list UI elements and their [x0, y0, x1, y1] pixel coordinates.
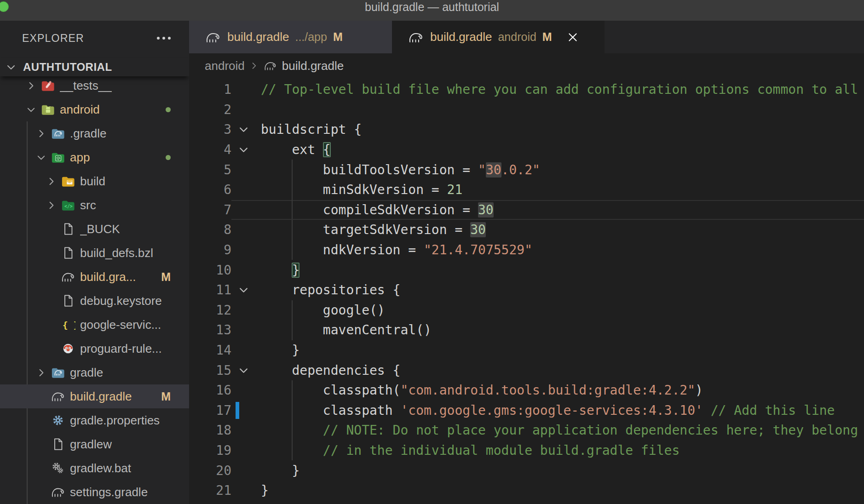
code-line-19[interactable]: 19 // in the individual module build.gra… — [189, 441, 864, 461]
code-text: minSdkVersion = 21 — [261, 182, 462, 197]
line-number: 8 — [189, 222, 231, 237]
code-line-1[interactable]: 1// Top-level build file where you can a… — [189, 80, 864, 100]
chevron-spacer — [46, 295, 58, 307]
project-section-label: AUTHTUTORIAL — [23, 61, 112, 74]
tree-item-android[interactable]: android — [0, 97, 189, 121]
chevron-down-icon[interactable] — [36, 151, 48, 163]
chevron-right-icon[interactable] — [46, 175, 58, 187]
tree-item-gradlew-bat[interactable]: gradlew.bat — [0, 456, 189, 480]
tree-item-settings-gradle[interactable]: settings.gradle — [0, 480, 189, 504]
code-line-20[interactable]: 20 } — [189, 460, 864, 481]
code-line-8[interactable]: 8 targetSdkVersion = 30 — [189, 220, 864, 240]
code-line-10[interactable]: 10 } — [189, 260, 864, 280]
tree-item-label: __tests__ — [60, 79, 112, 93]
fold-gutter — [231, 441, 261, 461]
fold-chevron-down-icon[interactable] — [231, 120, 261, 140]
tree-item-app[interactable]: app — [0, 145, 189, 169]
chevron-spacer — [46, 319, 58, 331]
code-line-4[interactable]: 4 ext { — [189, 140, 864, 160]
tree-item--buck[interactable]: _BUCK — [0, 217, 189, 241]
tree-item--tests-[interactable]: __tests__ — [0, 74, 189, 97]
indent-guide — [292, 441, 293, 461]
code-line-15[interactable]: 15 dependencies { — [189, 360, 864, 380]
fold-chevron-down-icon[interactable] — [231, 280, 261, 300]
tab-build-gradle-app[interactable]: build.gradle .../app M — [189, 21, 392, 53]
tree-item--gradle[interactable]: .gradle — [0, 121, 189, 145]
code-line-7[interactable]: 7 compileSdkVersion = 30 — [189, 200, 864, 220]
breadcrumb-item-android[interactable]: android — [205, 59, 245, 73]
code-line-14[interactable]: 14 } — [189, 340, 864, 361]
tree-item-label: build_defs.bzl — [80, 246, 153, 260]
modified-dot — [166, 97, 171, 121]
code-text: } — [261, 263, 300, 278]
code-text: buildToolsVersion = "30.0.2" — [261, 162, 540, 178]
tree-item-label: _BUCK — [80, 222, 120, 236]
ellipsis-icon[interactable] — [157, 37, 171, 40]
breadcrumb-item-file[interactable]: build.gradle — [282, 59, 344, 73]
indent-guide — [292, 320, 293, 340]
indent-guide — [292, 420, 293, 441]
chevron-right-icon[interactable] — [26, 80, 38, 92]
file-icon — [51, 437, 65, 451]
modified-badge: M — [161, 384, 171, 408]
tree-item-build-gra-[interactable]: build.gra...M — [0, 265, 189, 289]
fold-gutter — [231, 240, 261, 260]
tree-item-gradlew[interactable]: gradlew — [0, 432, 189, 456]
tree-item-label: gradlew — [70, 437, 112, 452]
code-line-11[interactable]: 11 repositories { — [189, 280, 864, 300]
fold-chevron-down-icon[interactable] — [231, 140, 261, 160]
code-line-5[interactable]: 5 buildToolsVersion = "30.0.2" — [189, 160, 864, 180]
code-line-17[interactable]: 17 classpath 'com.google.gms:google-serv… — [189, 401, 864, 421]
tree-item-build[interactable]: build — [0, 169, 189, 193]
fold-chevron-down-icon[interactable] — [231, 360, 261, 380]
code-editor[interactable]: 1// Top-level build file where you can a… — [189, 78, 864, 504]
tests-folder-icon — [40, 79, 55, 92]
code-line-3[interactable]: 3buildscript { — [189, 120, 864, 140]
code-text: } — [261, 463, 300, 478]
close-icon[interactable] — [566, 31, 579, 44]
line-number: 4 — [189, 142, 231, 157]
chevron-spacer — [36, 486, 48, 498]
code-line-9[interactable]: 9 ndkVersion = "21.4.7075529" — [189, 240, 864, 260]
window-title: build.gradle — authtutorial — [0, 0, 864, 14]
code-line-22[interactable]: 22 — [189, 500, 864, 504]
titlebar: build.gradle — authtutorial — [0, 0, 864, 21]
indent-guide — [292, 160, 293, 180]
code-text: classpath 'com.google.gms:google-service… — [261, 403, 835, 418]
tab-description: .../app — [295, 30, 327, 44]
tree-item-build-defs-bzl[interactable]: build_defs.bzl — [0, 241, 189, 265]
tree-item-gradle-properties[interactable]: gradle.properties — [0, 408, 189, 432]
code-line-2[interactable]: 2 — [189, 100, 864, 120]
tree-item-gradle[interactable]: gradle — [0, 361, 189, 384]
code-line-13[interactable]: 13 mavenCentral() — [189, 320, 864, 340]
tree-item-google-servic-[interactable]: { }google-servic... — [0, 313, 189, 337]
fold-gutter — [231, 80, 261, 100]
code-line-16[interactable]: 16 classpath("com.android.tools.build:gr… — [189, 380, 864, 401]
code-line-6[interactable]: 6 minSdkVersion = 21 — [189, 180, 864, 200]
chevron-down-icon[interactable] — [26, 103, 38, 115]
chevron-right-icon[interactable] — [46, 199, 58, 211]
tree-item-proguard-rule-[interactable]: proguard-rule... — [0, 337, 189, 361]
code-line-18[interactable]: 18 // NOTE: Do not place your applicatio… — [189, 420, 864, 441]
tree-item-build-gradle[interactable]: build.gradleM — [0, 384, 189, 408]
chevron-right-icon — [249, 61, 259, 70]
tab-build-gradle-android[interactable]: build.gradle android M — [392, 21, 605, 53]
fold-gutter — [231, 460, 261, 481]
chevron-right-icon[interactable] — [36, 367, 48, 378]
code-line-21[interactable]: 21} — [189, 481, 864, 501]
tree-item-debug-keystore[interactable]: debug.keystore — [0, 289, 189, 313]
code-text: dependencies { — [261, 363, 400, 378]
indent-guide — [292, 401, 293, 421]
code-text: ndkVersion = "21.4.7075529" — [261, 242, 532, 258]
indent-guide — [292, 180, 293, 200]
fold-gutter — [231, 220, 261, 240]
code-line-12[interactable]: 12 google() — [189, 300, 864, 321]
chevron-right-icon[interactable] — [36, 127, 48, 139]
line-number: 11 — [189, 282, 231, 298]
tree-item-src[interactable]: </>src — [0, 193, 189, 217]
line-number: 18 — [189, 423, 231, 438]
code-text: // Top-level build file where you can ad… — [261, 82, 858, 97]
indent-guide — [292, 220, 293, 240]
project-section-header[interactable]: AUTHTUTORIAL — [0, 58, 189, 76]
code-text: // NOTE: Do not place your application d… — [261, 423, 858, 438]
